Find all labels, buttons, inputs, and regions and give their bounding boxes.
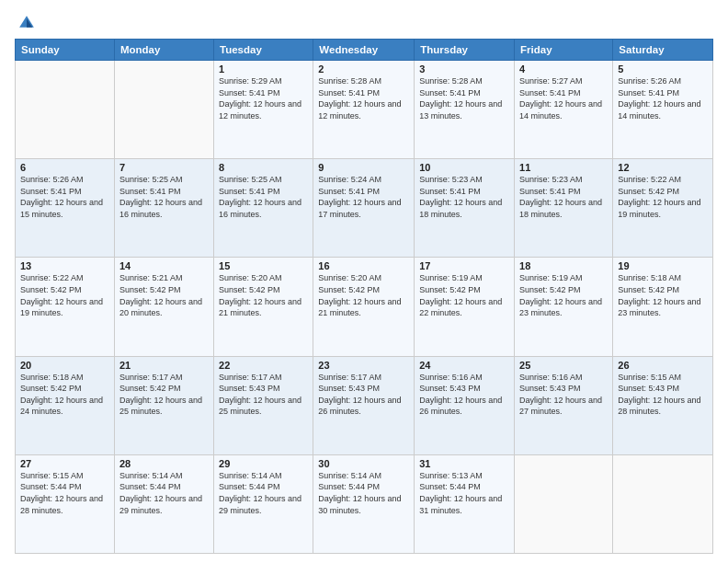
day-detail: Sunrise: 5:24 AMSunset: 5:41 PMDaylight:…	[318, 174, 409, 220]
day-number: 26	[618, 360, 708, 371]
day-detail: Sunrise: 5:14 AMSunset: 5:44 PMDaylight:…	[318, 470, 409, 516]
day-number: 30	[318, 458, 409, 469]
day-number: 29	[219, 458, 308, 469]
day-number: 24	[419, 360, 509, 371]
day-detail: Sunrise: 5:28 AMSunset: 5:41 PMDaylight:…	[318, 75, 409, 121]
day-detail: Sunrise: 5:19 AMSunset: 5:42 PMDaylight:…	[519, 272, 608, 318]
calendar-cell: 19Sunrise: 5:18 AMSunset: 5:42 PMDayligh…	[613, 258, 713, 356]
calendar-cell: 5Sunrise: 5:26 AMSunset: 5:41 PMDaylight…	[613, 61, 713, 159]
day-number: 28	[119, 458, 209, 469]
day-number: 18	[519, 260, 608, 271]
calendar-cell: 8Sunrise: 5:25 AMSunset: 5:41 PMDaylight…	[214, 159, 313, 258]
calendar-cell: 21Sunrise: 5:17 AMSunset: 5:42 PMDayligh…	[114, 356, 213, 454]
page-header	[15, 9, 713, 33]
day-detail: Sunrise: 5:16 AMSunset: 5:43 PMDaylight:…	[419, 372, 509, 418]
day-number: 5	[618, 63, 708, 75]
day-number: 31	[419, 458, 509, 469]
day-detail: Sunrise: 5:13 AMSunset: 5:44 PMDaylight:…	[419, 470, 509, 516]
calendar-table: SundayMondayTuesdayWednesdayThursdayFrid…	[15, 39, 713, 554]
day-detail: Sunrise: 5:14 AMSunset: 5:44 PMDaylight:…	[119, 470, 209, 516]
day-number: 22	[219, 360, 308, 371]
calendar-cell: 6Sunrise: 5:26 AMSunset: 5:41 PMDaylight…	[16, 159, 115, 258]
calendar-cell: 15Sunrise: 5:20 AMSunset: 5:42 PMDayligh…	[214, 258, 313, 356]
day-number: 13	[20, 260, 109, 271]
calendar-cell: 29Sunrise: 5:14 AMSunset: 5:44 PMDayligh…	[214, 454, 313, 553]
calendar-cell: 13Sunrise: 5:22 AMSunset: 5:42 PMDayligh…	[16, 258, 115, 356]
day-detail: Sunrise: 5:27 AMSunset: 5:41 PMDaylight:…	[519, 75, 608, 121]
day-number: 16	[318, 260, 409, 271]
day-number: 1	[219, 63, 308, 75]
weekday-header-tuesday: Tuesday	[214, 40, 313, 61]
calendar-cell: 10Sunrise: 5:23 AMSunset: 5:41 PMDayligh…	[415, 159, 515, 258]
calendar-cell: 1Sunrise: 5:29 AMSunset: 5:41 PMDaylight…	[214, 61, 313, 159]
day-number: 17	[419, 260, 509, 271]
calendar-cell	[114, 61, 213, 159]
logo-icon	[17, 13, 37, 33]
day-number: 23	[318, 360, 409, 371]
day-detail: Sunrise: 5:20 AMSunset: 5:42 PMDaylight:…	[219, 272, 308, 318]
calendar-page: SundayMondayTuesdayWednesdayThursdayFrid…	[0, 0, 728, 563]
logo	[15, 9, 39, 33]
calendar-cell: 20Sunrise: 5:18 AMSunset: 5:42 PMDayligh…	[16, 356, 115, 454]
calendar-cell: 14Sunrise: 5:21 AMSunset: 5:42 PMDayligh…	[114, 258, 213, 356]
day-detail: Sunrise: 5:28 AMSunset: 5:41 PMDaylight:…	[419, 75, 509, 121]
calendar-cell	[515, 454, 613, 553]
calendar-cell	[16, 61, 115, 159]
calendar-cell: 2Sunrise: 5:28 AMSunset: 5:41 PMDaylight…	[313, 61, 415, 159]
day-number: 10	[419, 162, 509, 173]
day-detail: Sunrise: 5:23 AMSunset: 5:41 PMDaylight:…	[419, 174, 509, 220]
day-detail: Sunrise: 5:25 AMSunset: 5:41 PMDaylight:…	[119, 174, 209, 220]
day-detail: Sunrise: 5:15 AMSunset: 5:44 PMDaylight:…	[20, 470, 109, 516]
calendar-cell: 17Sunrise: 5:19 AMSunset: 5:42 PMDayligh…	[415, 258, 515, 356]
day-detail: Sunrise: 5:22 AMSunset: 5:42 PMDaylight:…	[20, 272, 109, 318]
day-detail: Sunrise: 5:17 AMSunset: 5:42 PMDaylight:…	[119, 372, 209, 418]
day-detail: Sunrise: 5:15 AMSunset: 5:43 PMDaylight:…	[618, 372, 708, 418]
calendar-cell: 7Sunrise: 5:25 AMSunset: 5:41 PMDaylight…	[114, 159, 213, 258]
day-number: 14	[119, 260, 209, 271]
day-number: 2	[318, 63, 409, 75]
calendar-cell: 16Sunrise: 5:20 AMSunset: 5:42 PMDayligh…	[313, 258, 415, 356]
day-number: 15	[219, 260, 308, 271]
day-detail: Sunrise: 5:20 AMSunset: 5:42 PMDaylight:…	[318, 272, 409, 318]
day-number: 21	[119, 360, 209, 371]
day-detail: Sunrise: 5:26 AMSunset: 5:41 PMDaylight:…	[618, 75, 708, 121]
day-detail: Sunrise: 5:23 AMSunset: 5:41 PMDaylight:…	[519, 174, 608, 220]
calendar-cell: 30Sunrise: 5:14 AMSunset: 5:44 PMDayligh…	[313, 454, 415, 553]
calendar-cell: 11Sunrise: 5:23 AMSunset: 5:41 PMDayligh…	[515, 159, 613, 258]
calendar-cell: 28Sunrise: 5:14 AMSunset: 5:44 PMDayligh…	[114, 454, 213, 553]
day-detail: Sunrise: 5:19 AMSunset: 5:42 PMDaylight:…	[419, 272, 509, 318]
calendar-cell: 9Sunrise: 5:24 AMSunset: 5:41 PMDaylight…	[313, 159, 415, 258]
day-number: 3	[419, 63, 509, 75]
calendar-cell: 31Sunrise: 5:13 AMSunset: 5:44 PMDayligh…	[415, 454, 515, 553]
day-number: 12	[618, 162, 708, 173]
day-detail: Sunrise: 5:17 AMSunset: 5:43 PMDaylight:…	[219, 372, 308, 418]
calendar-cell: 27Sunrise: 5:15 AMSunset: 5:44 PMDayligh…	[16, 454, 115, 553]
day-detail: Sunrise: 5:26 AMSunset: 5:41 PMDaylight:…	[20, 174, 109, 220]
calendar-cell: 26Sunrise: 5:15 AMSunset: 5:43 PMDayligh…	[613, 356, 713, 454]
day-detail: Sunrise: 5:17 AMSunset: 5:43 PMDaylight:…	[318, 372, 409, 418]
day-detail: Sunrise: 5:21 AMSunset: 5:42 PMDaylight:…	[119, 272, 209, 318]
day-detail: Sunrise: 5:14 AMSunset: 5:44 PMDaylight:…	[219, 470, 308, 516]
calendar-cell: 24Sunrise: 5:16 AMSunset: 5:43 PMDayligh…	[415, 356, 515, 454]
day-detail: Sunrise: 5:18 AMSunset: 5:42 PMDaylight:…	[618, 272, 708, 318]
day-number: 27	[20, 458, 109, 469]
calendar-cell: 22Sunrise: 5:17 AMSunset: 5:43 PMDayligh…	[214, 356, 313, 454]
calendar-cell: 25Sunrise: 5:16 AMSunset: 5:43 PMDayligh…	[515, 356, 613, 454]
day-detail: Sunrise: 5:25 AMSunset: 5:41 PMDaylight:…	[219, 174, 308, 220]
calendar-cell	[613, 454, 713, 553]
day-number: 7	[119, 162, 209, 173]
weekday-header-wednesday: Wednesday	[313, 40, 415, 61]
day-detail: Sunrise: 5:16 AMSunset: 5:43 PMDaylight:…	[519, 372, 608, 418]
day-number: 25	[519, 360, 608, 371]
day-number: 6	[20, 162, 109, 173]
calendar-cell: 23Sunrise: 5:17 AMSunset: 5:43 PMDayligh…	[313, 356, 415, 454]
day-number: 4	[519, 63, 608, 75]
day-number: 19	[618, 260, 708, 271]
weekday-header-thursday: Thursday	[415, 40, 515, 61]
weekday-header-saturday: Saturday	[613, 40, 713, 61]
calendar-cell: 12Sunrise: 5:22 AMSunset: 5:42 PMDayligh…	[613, 159, 713, 258]
day-detail: Sunrise: 5:29 AMSunset: 5:41 PMDaylight:…	[219, 75, 308, 121]
calendar-cell: 3Sunrise: 5:28 AMSunset: 5:41 PMDaylight…	[415, 61, 515, 159]
calendar-cell: 18Sunrise: 5:19 AMSunset: 5:42 PMDayligh…	[515, 258, 613, 356]
day-number: 11	[519, 162, 608, 173]
